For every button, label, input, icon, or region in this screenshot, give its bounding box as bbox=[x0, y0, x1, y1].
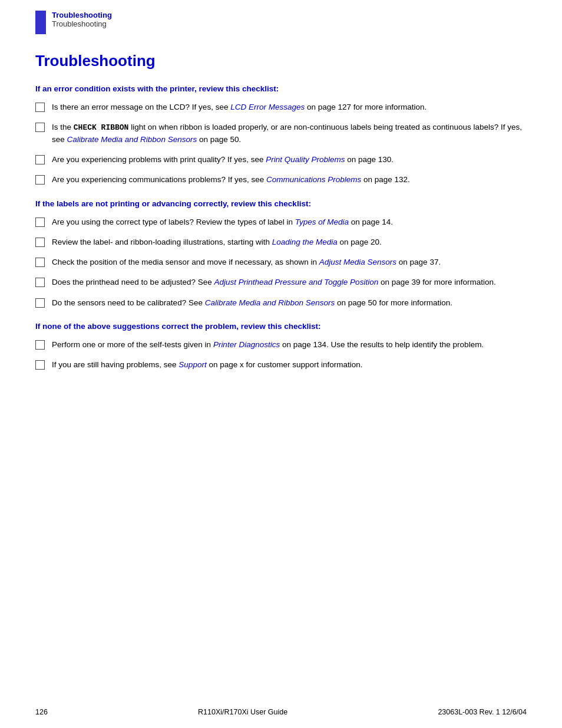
item-text-label-types: Are you using the correct type of labels… bbox=[52, 216, 527, 228]
link-support[interactable]: Support bbox=[178, 360, 206, 369]
checkbox-icon bbox=[35, 238, 45, 247]
link-lcd-error-messages[interactable]: LCD Error Messages bbox=[230, 103, 305, 111]
checklist-none: Perform one or more of the self-tests gi… bbox=[35, 339, 527, 371]
item-text-lcd: Is there an error message on the LCD? If… bbox=[52, 101, 527, 113]
list-item: Is there an error message on the LCD? If… bbox=[35, 101, 527, 113]
page-container: Troubleshooting Troubleshooting Troubles… bbox=[0, 0, 562, 728]
link-adjust-printhead[interactable]: Adjust Printhead Pressure and Toggle Pos… bbox=[214, 278, 378, 286]
list-item: Are you experiencing problems with print… bbox=[35, 154, 527, 166]
check-ribbon-bold: CHECK RIBBON bbox=[74, 123, 129, 132]
checkbox-icon bbox=[35, 360, 45, 370]
item-text-comms: Are you experiencing communications prob… bbox=[52, 174, 527, 186]
link-calibrate-media-ribbon-1[interactable]: Calibrate Media and Ribbon Sensors bbox=[67, 135, 197, 144]
footer-doc-title: R110Xi/R170Xi User Guide bbox=[198, 708, 287, 716]
link-print-quality[interactable]: Print Quality Problems bbox=[266, 155, 345, 164]
link-comms-problems[interactable]: Communications Problems bbox=[266, 175, 361, 184]
list-item: Review the label- and ribbon-loading ill… bbox=[35, 236, 527, 248]
checkbox-icon bbox=[35, 258, 45, 267]
breadcrumb-area: Troubleshooting Troubleshooting bbox=[0, 0, 562, 40]
page-title: Troubleshooting bbox=[35, 52, 527, 70]
link-calibrate-media-ribbon-2[interactable]: Calibrate Media and Ribbon Sensors bbox=[205, 298, 335, 307]
item-text-print-quality: Are you experiencing problems with print… bbox=[52, 154, 527, 166]
list-item: Check the position of the media sensor a… bbox=[35, 256, 527, 268]
breadcrumb-subtitle: Troubleshooting bbox=[52, 19, 112, 28]
section-labels-heading: If the labels are not printing or advanc… bbox=[35, 199, 527, 208]
list-item: If you are still having problems, see Su… bbox=[35, 359, 527, 371]
link-loading-media[interactable]: Loading the Media bbox=[272, 238, 338, 246]
list-item: Perform one or more of the self-tests gi… bbox=[35, 339, 527, 351]
list-item: Are you using the correct type of labels… bbox=[35, 216, 527, 228]
breadcrumb-text: Troubleshooting Troubleshooting bbox=[52, 11, 112, 28]
checkbox-icon bbox=[35, 175, 45, 185]
page-footer: 126 R110Xi/R170Xi User Guide 23063L-003 … bbox=[0, 708, 562, 716]
section-error-heading: If an error condition exists with the pr… bbox=[35, 84, 527, 93]
checklist-error: Is there an error message on the LCD? If… bbox=[35, 101, 527, 186]
list-item: Are you experiencing communications prob… bbox=[35, 174, 527, 186]
list-item: Is the CHECK RIBBON light on when ribbon… bbox=[35, 121, 527, 146]
section-error-condition: If an error condition exists with the pr… bbox=[35, 84, 527, 186]
link-adjust-media-sensors[interactable]: Adjust Media Sensors bbox=[319, 258, 396, 266]
item-text-ribbon-loading: Review the label- and ribbon-loading ill… bbox=[52, 236, 527, 248]
section-none-heading: If none of the above suggestions correct… bbox=[35, 322, 527, 331]
item-text-calibrate: Do the sensors need to be calibrated? Se… bbox=[52, 297, 527, 309]
checklist-labels: Are you using the correct type of labels… bbox=[35, 216, 527, 309]
list-item: Does the printhead need to be adjusted? … bbox=[35, 276, 527, 288]
link-printer-diagnostics[interactable]: Printer Diagnostics bbox=[213, 340, 280, 349]
item-text-printhead: Does the printhead need to be adjusted? … bbox=[52, 276, 527, 288]
section-labels: If the labels are not printing or advanc… bbox=[35, 199, 527, 309]
checkbox-icon bbox=[35, 278, 45, 287]
item-text-check-ribbon: Is the CHECK RIBBON light on when ribbon… bbox=[52, 121, 527, 146]
item-text-media-sensor: Check the position of the media sensor a… bbox=[52, 256, 527, 268]
breadcrumb-link[interactable]: Troubleshooting bbox=[52, 11, 112, 19]
checkbox-icon bbox=[35, 123, 45, 132]
checkbox-icon bbox=[35, 298, 45, 308]
item-text-self-tests: Perform one or more of the self-tests gi… bbox=[52, 339, 527, 351]
footer-revision: 23063L-003 Rev. 1 12/6/04 bbox=[438, 708, 527, 716]
list-item: Do the sensors need to be calibrated? Se… bbox=[35, 297, 527, 309]
checkbox-icon bbox=[35, 103, 45, 112]
section-none-above: If none of the above suggestions correct… bbox=[35, 322, 527, 371]
item-text-support: If you are still having problems, see Su… bbox=[52, 359, 527, 371]
checkbox-icon bbox=[35, 218, 45, 227]
checkbox-icon bbox=[35, 155, 45, 164]
main-content: Troubleshooting If an error condition ex… bbox=[0, 40, 562, 419]
breadcrumb-blue-bar bbox=[35, 11, 46, 34]
checkbox-icon bbox=[35, 340, 45, 350]
footer-page-number: 126 bbox=[35, 708, 48, 716]
link-types-of-media[interactable]: Types of Media bbox=[295, 218, 349, 226]
